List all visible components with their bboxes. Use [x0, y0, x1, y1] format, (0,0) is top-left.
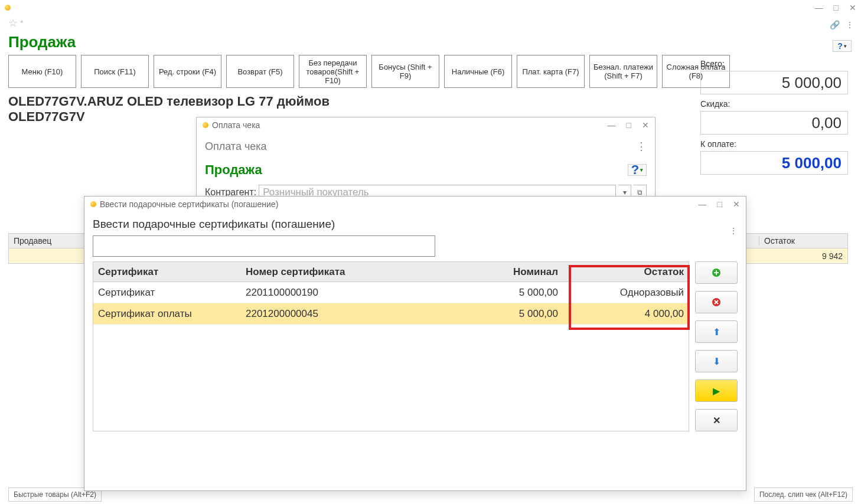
move-down-button[interactable]: ⬇: [695, 350, 738, 372]
minimize-icon[interactable]: —: [699, 199, 707, 209]
totals-panel: Всего: 5 000,00 Скидка: 0,00 К оплате: 5…: [700, 59, 848, 179]
arrow-up-icon: ⬆: [713, 326, 720, 338]
payment-subtitle: Оплата чека ⋮: [205, 140, 647, 153]
close-icon[interactable]: ✕: [733, 199, 740, 209]
table-row[interactable]: Сертификат 2201100000190 5 000,00 Однора…: [93, 282, 689, 303]
topay-label: К оплате:: [700, 139, 848, 149]
tab-bar: ☆ *: [0, 15, 861, 31]
app-icon: [90, 201, 96, 207]
certificate-search: [93, 235, 738, 257]
grid-header-rest: Остаток: [759, 236, 847, 246]
noncash-button[interactable]: Безнал. платежи (Shift + F7): [589, 55, 657, 88]
cell-cert: Сертификат оплаты: [93, 303, 241, 324]
help-button[interactable]: ? ▾: [628, 164, 647, 176]
kebab-icon[interactable]: ⋮: [636, 140, 647, 153]
certificate-dialog-title: Ввести подарочные сертификаты (погашение…: [100, 199, 278, 209]
tab-label: *: [20, 18, 23, 28]
help-icon: ?: [631, 162, 639, 178]
help-button[interactable]: ? ▾: [833, 40, 852, 52]
cell-rest: Одноразовый: [563, 282, 689, 303]
chevron-down-icon: ▾: [640, 167, 643, 173]
star-icon[interactable]: ☆: [8, 17, 18, 30]
main-window-titlebar: — □ ✕: [0, 0, 861, 15]
discount-label: Скидка:: [700, 99, 848, 109]
grid-header-seller: Продавец: [9, 236, 92, 246]
discount-value: 0,00: [700, 111, 848, 135]
minimize-icon[interactable]: —: [815, 3, 823, 12]
edit-row-button[interactable]: Ред. строки (F4): [154, 55, 221, 88]
cell-cert: Сертификат: [93, 282, 241, 303]
search-button[interactable]: Поиск (F11): [81, 55, 149, 88]
table-header-row: Сертификат Номер сертификата Номинал Ост…: [93, 262, 689, 282]
payment-sale-title: Продажа ? ▾: [205, 162, 647, 178]
close-icon: ✕: [713, 415, 720, 426]
footer-right[interactable]: Послед. слип чек (Alt+F12): [754, 487, 853, 502]
col-rest[interactable]: Остаток: [563, 262, 689, 282]
cell-number: 2201200000045: [241, 303, 436, 324]
kebab-icon[interactable]: ⋮: [729, 226, 738, 235]
payment-dialog: Оплата чека — □ ✕ Оплата чека ⋮ Продажа …: [196, 117, 655, 208]
app-icon: [203, 122, 208, 128]
maximize-icon[interactable]: □: [718, 199, 722, 209]
cell-number: 2201100000190: [241, 282, 436, 303]
certificate-dialog: Ввести подарочные сертификаты (погашение…: [84, 196, 746, 491]
certificate-dialog-titlebar: Ввести подарочные сертификаты (погашение…: [84, 197, 746, 212]
col-cert[interactable]: Сертификат: [93, 262, 241, 282]
no-transfer-button[interactable]: Без передачи товаров(Shift + F10): [299, 55, 367, 88]
add-button[interactable]: [695, 261, 738, 284]
page-title: Продажа: [8, 33, 853, 51]
col-number[interactable]: Номер сертификата: [241, 262, 436, 282]
help-icon: ?: [837, 41, 843, 51]
topay-value: 5 000,00: [700, 151, 848, 175]
x-circle-icon: [712, 297, 721, 307]
payment-dialog-titlebar: Оплата чека — □ ✕: [197, 117, 655, 133]
cell-nominal: 5 000,00: [436, 282, 563, 303]
certificate-side-buttons: ⬆ ⬇ ▶ ✕: [695, 261, 738, 431]
total-label: Всего:: [700, 59, 848, 68]
certificate-search-input[interactable]: [93, 235, 435, 257]
close-icon[interactable]: ✕: [642, 120, 649, 130]
submit-button[interactable]: ▶: [695, 379, 738, 402]
page-header: Продажа: [0, 31, 861, 55]
minimize-icon[interactable]: —: [608, 120, 616, 130]
certificate-heading: Ввести подарочные сертификаты (погашение…: [84, 212, 746, 235]
kebab-icon[interactable]: ⋮: [846, 20, 854, 30]
arrow-down-icon: ⬇: [713, 356, 720, 367]
payment-dialog-title: Оплата чека: [212, 120, 260, 130]
delete-button[interactable]: [695, 291, 738, 313]
move-up-button[interactable]: ⬆: [695, 320, 738, 343]
app-icon: [5, 5, 11, 11]
link-icon[interactable]: 🔗: [830, 20, 840, 30]
maximize-icon[interactable]: □: [834, 3, 839, 12]
total-value: 5 000,00: [700, 71, 848, 94]
maximize-icon[interactable]: □: [627, 120, 631, 130]
chevron-down-icon: ▾: [844, 43, 847, 49]
cell-nominal: 5 000,00: [436, 303, 563, 324]
close-icon[interactable]: ✕: [849, 3, 856, 12]
play-icon: ▶: [713, 385, 720, 397]
menu-button[interactable]: Меню (F10): [8, 55, 76, 88]
card-button[interactable]: Плат. карта (F7): [517, 55, 585, 88]
certificate-table: Сертификат Номер сертификата Номинал Ост…: [93, 261, 689, 431]
cancel-button[interactable]: ✕: [695, 409, 738, 431]
grid-cell-rest: 9 942: [822, 251, 843, 261]
cash-button[interactable]: Наличные (F6): [444, 55, 512, 88]
return-button[interactable]: Возврат (F5): [226, 55, 294, 88]
bonuses-button[interactable]: Бонусы (Shift + F9): [371, 55, 439, 88]
col-nominal[interactable]: Номинал: [436, 262, 563, 282]
plus-circle-icon: [712, 268, 721, 277]
cell-rest: 4 000,00: [563, 303, 689, 324]
table-row[interactable]: Сертификат оплаты 2201200000045 5 000,00…: [93, 303, 689, 325]
